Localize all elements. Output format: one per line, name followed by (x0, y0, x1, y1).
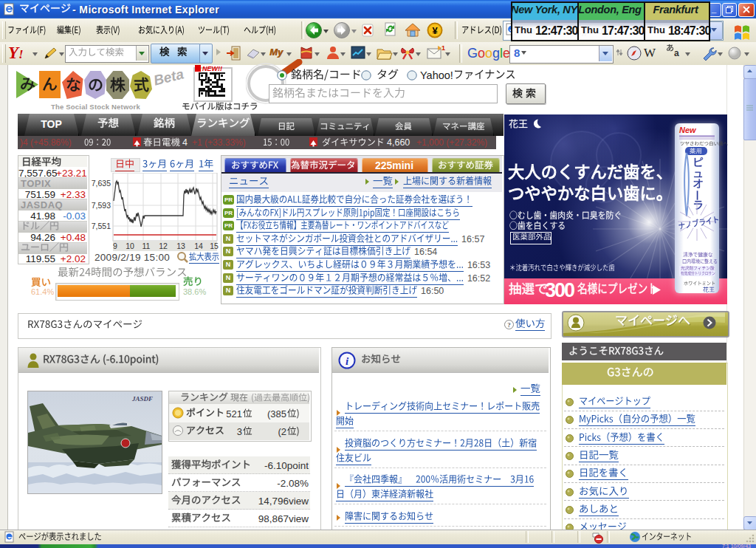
svg-text:11: 11 (142, 242, 151, 250)
svg-text:7,593: 7,593 (92, 201, 111, 210)
svg-text:13: 13 (176, 242, 185, 250)
svg-text:1: 1 (441, 44, 445, 52)
svg-text:JASDF: JASDF (131, 395, 153, 403)
svg-text:15: 15 (210, 242, 219, 250)
svg-text:12: 12 (159, 242, 168, 250)
svg-text:7,551: 7,551 (92, 222, 111, 230)
svg-text:14: 14 (194, 242, 203, 250)
svg-text:7,635: 7,635 (92, 179, 111, 188)
svg-text:9: 9 (113, 242, 117, 250)
svg-text:10: 10 (126, 242, 134, 250)
svg-text:?: ? (507, 321, 511, 329)
svg-text:¥: ¥ (432, 25, 438, 36)
